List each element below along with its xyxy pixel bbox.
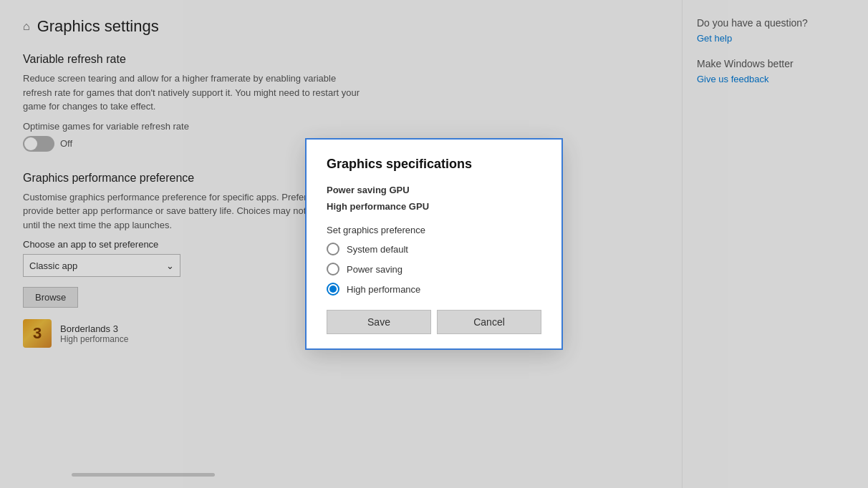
set-pref-label: Set graphics preference — [327, 225, 541, 235]
dialog-overlay: Graphics specifications Power saving GPU… — [0, 0, 868, 488]
radio-high-performance[interactable]: High performance — [327, 283, 541, 296]
graphics-preference-radio-group: System default Power saving High perform… — [327, 243, 541, 296]
radio-system-default[interactable]: System default — [327, 243, 541, 255]
gpu-high-performance: High performance GPU — [327, 198, 541, 215]
cancel-button[interactable]: Cancel — [437, 310, 541, 334]
gpu-power-saving: Power saving GPU — [327, 182, 541, 198]
radio-circle-system-default — [327, 243, 339, 255]
radio-label-system-default: System default — [347, 244, 408, 255]
radio-power-saving[interactable]: Power saving — [327, 263, 541, 275]
save-button[interactable]: Save — [327, 310, 431, 334]
dialog-title: Graphics specifications — [327, 157, 541, 172]
dialog-buttons: Save Cancel — [327, 310, 541, 334]
graphics-specs-dialog: Graphics specifications Power saving GPU… — [305, 138, 563, 351]
radio-circle-power-saving — [327, 263, 339, 275]
radio-label-high-performance: High performance — [347, 284, 420, 295]
radio-label-power-saving: Power saving — [347, 264, 402, 275]
radio-circle-high-performance — [327, 283, 339, 296]
